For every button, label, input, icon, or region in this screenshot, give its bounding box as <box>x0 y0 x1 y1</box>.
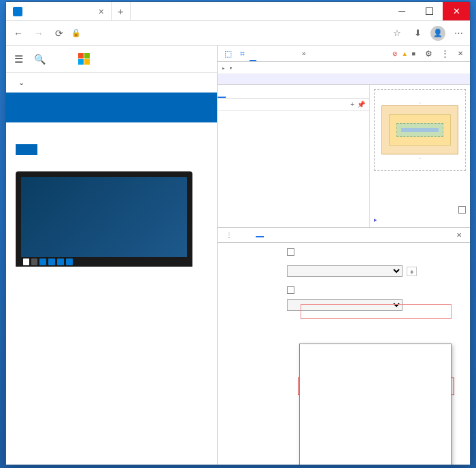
network-conditions-body: ♦ <box>218 243 470 465</box>
subnav-dropdown[interactable] <box>6 73 217 93</box>
tab-memory[interactable] <box>290 46 297 61</box>
devtools-tabs: ⬚ ⌗ » ⊘ ▲ ■ ⚙ ⋮ ✕ <box>218 46 470 62</box>
styles-tab-a11y[interactable] <box>250 85 258 98</box>
drawer-tab-network-conditions[interactable] <box>256 233 264 237</box>
throttle-select[interactable] <box>287 265 403 277</box>
hero-banner <box>6 93 217 122</box>
address-bar[interactable]: 🔒 <box>71 29 386 37</box>
window-close-button[interactable]: ✕ <box>443 2 470 20</box>
tab-performance[interactable] <box>282 46 289 61</box>
reading-list-icon[interactable]: ⬇ <box>410 28 425 38</box>
tab-network[interactable] <box>274 46 281 61</box>
ua-auto-checkbox[interactable] <box>287 286 294 294</box>
inspect-icon[interactable]: ⬚ <box>221 46 235 61</box>
styles-tab-event[interactable] <box>226 85 234 98</box>
drawer-panel: ⋮ ✕ ♦ <box>218 228 470 465</box>
info-badge[interactable]: ■ <box>412 50 417 57</box>
devtools-menu-icon[interactable]: ⋮ <box>437 46 453 61</box>
page-body <box>6 122 217 279</box>
styles-tab-dom[interactable] <box>234 85 242 98</box>
tab-more[interactable]: » <box>299 46 309 61</box>
dom-selected-line[interactable]: ▸ ▾ <box>218 62 470 74</box>
ua-textarea-outline[interactable] <box>301 304 452 319</box>
browser-tab[interactable]: × <box>6 2 112 20</box>
drawer-close-icon[interactable]: ✕ <box>452 230 466 240</box>
drawer-menu-icon[interactable]: ⋮ <box>222 230 237 240</box>
nav-reload-button[interactable]: ⟳ <box>51 25 67 41</box>
tab-sources[interactable] <box>266 46 273 61</box>
show-all-checkbox[interactable] <box>458 206 466 214</box>
devtools-panel: ⬚ ⌗ » ⊘ ▲ ■ ⚙ ⋮ ✕ ▸ ▾ <box>217 46 470 465</box>
menu-icon[interactable]: ⋯ <box>451 28 466 38</box>
hamburger-icon[interactable]: ☰ <box>14 53 23 65</box>
devtools-settings-icon[interactable]: ⚙ <box>422 46 436 61</box>
warning-badge[interactable]: ▲ <box>402 50 409 57</box>
box-content-size <box>401 128 439 132</box>
drawer-tab-console[interactable] <box>242 234 250 237</box>
profile-avatar[interactable]: 👤 <box>430 26 445 41</box>
tab-close-icon[interactable]: × <box>99 7 104 16</box>
browser-window: × + ✕ ← → ⟳ 🔒 ☆ ⬇ 👤 ⋯ ☰ 🔍 <box>5 1 471 465</box>
tab-elements[interactable] <box>250 46 256 61</box>
search-icon[interactable]: 🔍 <box>34 54 46 65</box>
titlebar: × + ✕ <box>6 2 470 21</box>
nav-back-button[interactable]: ← <box>10 25 27 41</box>
styles-tab-props[interactable] <box>242 85 250 98</box>
styles-pane: + 📌 <box>218 85 369 227</box>
style-umbrella-icon[interactable]: 📌 <box>357 101 365 108</box>
new-tab-button[interactable]: + <box>112 2 131 20</box>
tab-favicon <box>13 7 22 16</box>
nav-forward-button[interactable]: → <box>31 25 47 41</box>
error-badge[interactable]: ⊘ <box>392 50 399 57</box>
browser-navbar: ← → ⟳ 🔒 ☆ ⬇ 👤 ⋯ <box>6 21 470 46</box>
window-maximize-button[interactable] <box>415 2 443 20</box>
laptop-image <box>16 171 192 267</box>
styles-tabs <box>218 85 369 99</box>
webpage: ☰ 🔍 <box>6 46 217 465</box>
css-rules-list[interactable] <box>218 111 369 227</box>
microsoft-logo[interactable] <box>78 53 94 65</box>
throttle-settings-icon[interactable]: ♦ <box>407 267 417 276</box>
box-model-pane: - - ▸ <box>369 85 470 227</box>
download-tool-button[interactable] <box>16 144 37 155</box>
ms-logo-icon <box>78 53 90 65</box>
ua-dropdown-list[interactable] <box>299 344 452 465</box>
lock-icon: 🔒 <box>71 29 81 37</box>
new-style-button[interactable]: + <box>350 101 354 108</box>
devtools-close-icon[interactable]: ✕ <box>454 46 466 61</box>
disable-cache-checkbox[interactable] <box>287 248 294 256</box>
device-toggle-icon[interactable]: ⌗ <box>237 46 248 61</box>
breadcrumb[interactable] <box>218 74 470 85</box>
favorite-icon[interactable]: ☆ <box>390 28 405 38</box>
content-area: ☰ 🔍 <box>6 46 470 465</box>
styles-tab-styles[interactable] <box>218 85 226 98</box>
window-minimize-button[interactable] <box>388 2 415 20</box>
tab-console[interactable] <box>258 46 265 61</box>
page-header: ☰ 🔍 <box>6 46 217 73</box>
